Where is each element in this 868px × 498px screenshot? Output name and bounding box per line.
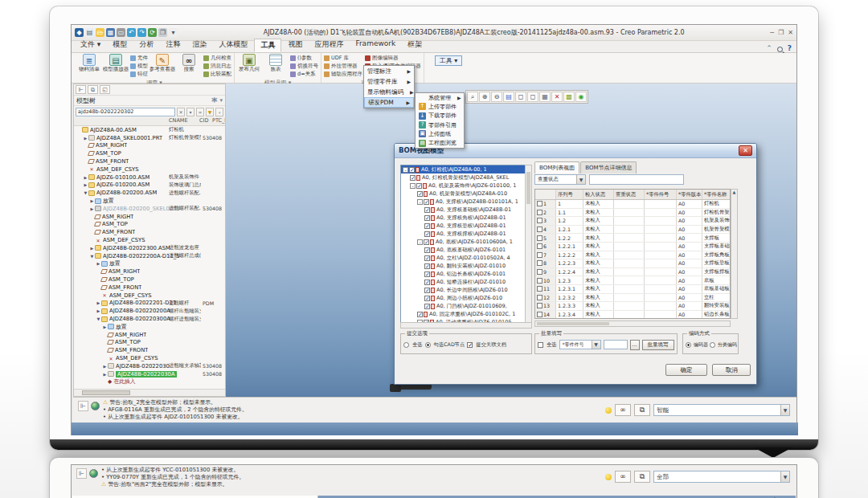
node-checkbox[interactable]: ✓ — [424, 215, 430, 221]
dup-status-combo[interactable]: 查重状态 ▼ — [534, 174, 586, 185]
dup-filter-input[interactable] — [589, 174, 684, 185]
tree-row-ASM_DEF_CSYS[interactable]: ✕ASM_DEF_CSYS — [74, 354, 225, 362]
ribbon-button-消息日志[interactable]: 消息日志 — [203, 63, 231, 70]
ribbon-button-比较装配[interactable]: 比较装配 — [203, 71, 231, 78]
tree-row-ASM_DEF_CSYS[interactable]: ✕ASM_DEF_CSYS — [74, 236, 225, 244]
tools-dropdown-button[interactable]: 工具 ▾ — [435, 55, 462, 66]
bom-tree-node[interactable]: -✓A0, 机架及装饰件\AJDZ6-010100, 1 — [401, 182, 531, 190]
model-tree-search-input[interactable] — [76, 108, 175, 116]
ribbon-button-切换符号[interactable]: 切换符号 — [290, 63, 318, 70]
row-checkbox[interactable] — [537, 303, 542, 308]
tree-row-ASM_DEF_CSYS[interactable]: ✕ASM_DEF_CSYS — [74, 165, 225, 173]
tab-应用程序[interactable]: 应用程序 — [309, 39, 349, 52]
node-checkbox[interactable]: ✓ — [424, 263, 430, 269]
tree-row-ASM_RIGHT[interactable]: ASM_RIGHT — [74, 267, 225, 276]
message-log-icon[interactable]: ⊩ — [78, 401, 88, 411]
settings-icon[interactable]: 🞷 — [211, 97, 217, 104]
tree-row-AJDZ48B-02022201-D11[interactable]: ▶AJDZ48B-02022201-D11进瓶螺杆PDM — [74, 300, 225, 308]
batch-field-combo[interactable]: *零件件号 ▼ — [559, 340, 601, 349]
tree-row-ASM_FRONT[interactable]: ASM_FRONT — [74, 284, 225, 292]
bom-table-row[interactable]: 61.2.2.1未检入A0支撑板基础板AJDZ4 — [535, 243, 730, 251]
dropdown-arrow-icon[interactable]: ▾ — [219, 97, 223, 104]
row-checkbox[interactable] — [537, 218, 542, 223]
row-checkbox[interactable] — [537, 312, 542, 317]
cancel-button[interactable]: 取消 — [712, 364, 751, 376]
menu-item-下载零部件[interactable]: ↓下载零部件 — [416, 112, 464, 120]
bom-tree-node[interactable]: ✓A0, 固定承重板\AJDZ6-010102C, 1 — [401, 310, 531, 318]
help-icon[interactable]: ? — [788, 44, 792, 52]
node-checkbox[interactable]: ✓ — [424, 199, 429, 205]
batch-fill-button[interactable]: 批量填写 — [642, 340, 674, 350]
node-checkbox[interactable]: ✓ — [424, 271, 430, 277]
bom-tree-node[interactable]: -✓A0, 灯检机\AJDZ48A-00, 1 — [401, 165, 531, 173]
node-checkbox[interactable]: ✓ — [410, 175, 416, 181]
node-checkbox[interactable]: ✓ — [424, 231, 430, 237]
column-cname[interactable]: CNAME — [169, 117, 188, 124]
bom-tree-vscrollbar[interactable] — [525, 165, 532, 329]
ribbon-button-物料清单[interactable]: ≣物料清单 — [77, 54, 101, 72]
tab-注释[interactable]: 注释 — [160, 39, 186, 52]
cad-nodes-radio[interactable] — [425, 342, 431, 348]
column-cid[interactable]: CID — [199, 117, 208, 124]
column-header-序列号[interactable]: 序列号 — [556, 190, 583, 199]
bom-table-hscrollbar[interactable] — [534, 320, 731, 327]
tab-文件 ▾[interactable]: 文件 ▾ — [75, 39, 106, 52]
zoom-in-icon[interactable]: ⊕ — [479, 92, 490, 102]
regenerate-icon[interactable]: ⟳ — [148, 28, 157, 37]
column-ptc-mat[interactable]: PTC_MAT — [212, 117, 226, 124]
ribbon-button-发布几何[interactable]: ▣发布几何 — [237, 54, 261, 72]
dialog-tab-BOM节点详细信息[interactable]: BOM节点详细信息 — [580, 161, 637, 173]
expander-icon[interactable]: - — [417, 239, 423, 245]
reflection-filter-combo[interactable]: 全部 ▼ — [653, 471, 790, 483]
bom-tree-node[interactable]: ✓A0, 周边小筋板\AJDZ6-010 — [401, 294, 531, 302]
refit-icon[interactable]: ⌕ — [467, 92, 478, 102]
select-all-radio[interactable] — [403, 342, 409, 348]
menu-item-工程图浏览[interactable]: ▤工程图浏览 — [416, 138, 464, 147]
ok-button[interactable]: 确定 — [665, 364, 707, 376]
bom-tree-node[interactable]: -✓A0, 支撑板\AJDZ48B-010101A, 1 — [401, 198, 531, 206]
filter-icon[interactable]: ▼ — [206, 108, 214, 116]
tree-row-AJDZ48B-020220200A[interactable]: ▶AJDZ48B-020220200A螺杆出瓶端装支... — [74, 307, 225, 315]
bom-table-row[interactable]: 81.2.2.3未检入A0支撑板垫板AJDZ4 — [535, 259, 730, 268]
row-checkbox[interactable] — [537, 295, 542, 300]
view-manager-icon[interactable]: ▦ — [539, 92, 551, 102]
bom-tree-node[interactable]: ✓A0, 支撑板撑板\AJDZ48B-01 — [401, 230, 531, 238]
node-checkbox[interactable]: ✓ — [424, 239, 429, 245]
tab-渲染[interactable]: 渲染 — [186, 39, 212, 52]
row-checkbox[interactable] — [537, 260, 542, 266]
ribbon-button-模型[interactable]: 模型 — [130, 63, 148, 70]
related-docs-checkbox[interactable]: ✓ — [467, 342, 473, 348]
tree-row-AJDZ48A_SKEL0001.PRT[interactable]: ▶AJDZ48A_SKEL0001.PRT灯检机骨架模型530408 — [74, 134, 225, 142]
ribbon-button-()参数[interactable]: ()参数 — [290, 55, 318, 62]
find-binoculars-icon[interactable]: ∞ — [196, 108, 204, 116]
bom-table-row[interactable]: 41.2.1未检入A0机架骨架模型AJDZ4 — [535, 226, 730, 235]
redo-icon[interactable]: ↷ — [137, 28, 146, 37]
menu-item-管理零件库[interactable]: 管理零件库▶ — [364, 76, 414, 87]
model-tree-hscrollbar[interactable] — [74, 389, 225, 396]
collapse-ribbon-icon[interactable]: ⌃ — [766, 44, 772, 52]
menu-item-管理标注[interactable]: 管理标注▶ — [364, 66, 414, 76]
new-icon[interactable]: ▤ — [85, 28, 94, 37]
tree-row-ASM_TOP[interactable]: ASM_TOP — [74, 339, 225, 347]
clear-icon[interactable]: ✕ — [177, 108, 185, 116]
bom-tree-node[interactable]: ✓A0, 翻转安装板\AJDZ-01010 — [401, 262, 531, 270]
tree-row-ASM_FRONT[interactable]: ASM_FRONT — [74, 228, 225, 236]
column-header-检入状态[interactable]: 检入状态 — [583, 190, 614, 199]
menu-item-系统管理[interactable]: 系统管理▶ — [416, 93, 464, 102]
bom-tree-node[interactable]: -✓A0, 底板\AJDZ6-01010600A, 1 — [401, 238, 531, 246]
bom-table-row[interactable]: 31.2未检入A0机架及装饰件AJDZ6- — [535, 217, 730, 226]
menu-item-零部件引用[interactable]: ?零部件引用 — [416, 120, 464, 129]
tab-工具[interactable]: 工具 — [254, 39, 281, 52]
ribbon-button-特征[interactable]: 特征 — [130, 71, 148, 78]
bom-table-row[interactable]: 91.2.2.4未检入A0支撑板撑板AJDZ4 — [535, 268, 730, 277]
datum-display-icon[interactable]: ✕ — [551, 92, 563, 102]
bom-tree-node[interactable]: ✓A0, 短桥连接柱\AJDZ-01010 — [401, 278, 531, 286]
row-checkbox[interactable] — [537, 227, 542, 232]
tree-row-AJDZ48B-020220300A[interactable]: ▼AJDZ48B-020220300A螺杆进瓶端装支... — [74, 315, 225, 323]
tree-row-ASM_TOP[interactable]: ASM_TOP — [74, 221, 225, 229]
column-header-*零件名称[interactable]: *零件名称 — [702, 190, 731, 199]
row-checkbox[interactable] — [537, 210, 542, 215]
tab-人体模型[interactable]: 人体模型 — [213, 39, 253, 52]
tab-框架[interactable]: 框架 — [402, 39, 428, 52]
tab-分析[interactable]: 分析 — [133, 39, 159, 52]
